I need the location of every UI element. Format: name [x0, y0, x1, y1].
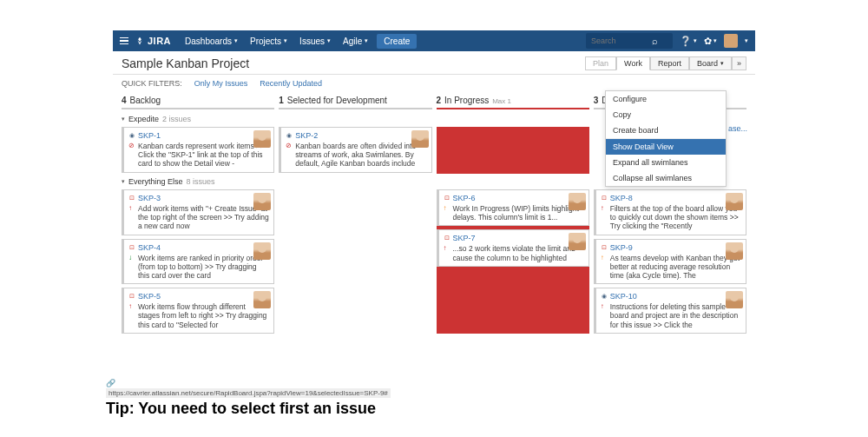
card-summary: Work In Progress (WIP) limits highlight … [453, 204, 584, 222]
chevron-down-icon: ▾ [234, 37, 238, 44]
menu-item[interactable]: Expand all swimlanes [606, 155, 726, 170]
kanban-card[interactable]: ⊡ SKP-3 ↑ Add work items with "+ Create … [122, 189, 274, 235]
column-name: In Progress [444, 96, 489, 105]
tab-report[interactable]: Report [650, 56, 689, 70]
bug-icon: ⊡ [444, 195, 450, 202]
tab-work[interactable]: Work [616, 56, 650, 70]
card-summary: As teams develop with Kanban they get be… [610, 254, 741, 281]
filter-recently-updated[interactable]: Recently Updated [260, 79, 322, 88]
expand-button[interactable]: » [732, 56, 746, 70]
card-key[interactable]: SKP-2 [295, 131, 318, 140]
card-key[interactable]: SKP-9 [610, 243, 633, 252]
search-icon[interactable]: ⌕ [652, 36, 658, 46]
tip-text: Tip: You need to select first an issue [106, 400, 391, 418]
nav-label: Issues [299, 36, 325, 46]
kanban-card[interactable]: ⊡ SKP-9 ↑ As teams develop with Kanban t… [594, 239, 746, 285]
kanban-card[interactable]: ◉ SKP-2 ⊘ Kanban boards are often divide… [279, 127, 431, 173]
bug-icon: ⊡ [128, 293, 135, 300]
column-count: 2 [437, 96, 442, 105]
logo-text: JIRA [148, 36, 171, 46]
swimlane-column[interactable]: ⊡ SKP-3 ↑ Add work items with "+ Create … [122, 189, 274, 334]
assignee-avatar[interactable] [726, 193, 743, 210]
card-summary: Work items are ranked in priority order … [138, 254, 269, 281]
user-caret[interactable]: ▾ [745, 37, 748, 44]
assignee-avatar[interactable] [726, 242, 743, 260]
swimlane-count: 2 issues [162, 115, 191, 123]
card-key[interactable]: SKP-6 [453, 194, 476, 202]
gear-icon[interactable]: ✿ ▾ [704, 36, 717, 47]
swimlane-column[interactable] [437, 127, 589, 174]
card-summary: Instructions for deleting this sample bo… [610, 302, 741, 329]
card-key[interactable]: SKP-7 [453, 234, 476, 242]
filter-only-my-issues[interactable]: Only My Issues [194, 79, 248, 88]
swimlane-column[interactable]: ⊡ SKP-8 ↑ Filters at the top of the boar… [594, 189, 746, 334]
kanban-card[interactable]: ⊡ SKP-6 ↑ Work In Progress (WIP) limits … [437, 189, 589, 226]
card-key[interactable]: SKP-10 [610, 292, 637, 301]
help-icon[interactable]: ❔ ▾ [680, 36, 697, 47]
tab-plan[interactable]: Plan [585, 56, 616, 70]
card-key[interactable]: SKP-8 [610, 194, 633, 202]
card-key[interactable]: SKP-5 [138, 292, 161, 301]
kanban-card[interactable]: ◉ SKP-10 ↑ Instructions for deleting thi… [594, 288, 746, 334]
assignee-avatar[interactable] [253, 130, 271, 148]
assignee-avatar[interactable] [253, 291, 271, 308]
user-avatar[interactable] [724, 34, 738, 48]
card-key[interactable]: SKP-1 [138, 131, 161, 140]
nav-item-dashboards[interactable]: Dashboards▾ [180, 33, 243, 50]
priority-icon: ↑ [601, 204, 608, 212]
swimlane-column[interactable]: ◉ SKP-2 ⊘ Kanban boards are often divide… [279, 127, 431, 174]
assignee-avatar[interactable] [253, 193, 271, 210]
kanban-card[interactable]: ⊡ SKP-4 ↓ Work items are ranked in prior… [122, 239, 274, 285]
search-box[interactable]: ⌕ [586, 33, 673, 49]
priority-icon: ↓ [128, 254, 135, 262]
assignee-avatar[interactable] [569, 233, 586, 250]
nav-item-projects[interactable]: Projects▾ [245, 33, 293, 50]
menu-item[interactable]: Copy [606, 107, 726, 122]
chevron-down-icon: ▾ [327, 37, 331, 44]
collapse-icon: ▾ [122, 116, 125, 122]
kanban-card[interactable]: ⊡ SKP-7 ↑ ...so 2 work items violate the… [437, 229, 589, 266]
bug-icon: ⊡ [444, 235, 450, 242]
bug-icon: ⊡ [128, 195, 135, 202]
priority-icon: ↑ [444, 244, 450, 252]
swimlane-column[interactable]: ◉ SKP-1 ⊘ Kanban cards represent work it… [122, 127, 274, 174]
column-count: 4 [122, 96, 127, 105]
jira-logo[interactable]: JIRA [135, 36, 171, 46]
kanban-card[interactable]: ⊡ SKP-5 ↑ Work items flow through differ… [122, 288, 274, 334]
link-icon: 🔗 [106, 379, 391, 387]
card-key[interactable]: SKP-4 [138, 243, 161, 252]
menu-item[interactable]: Create board [606, 122, 726, 138]
collapse-icon: ▾ [122, 178, 125, 185]
create-button[interactable]: Create [377, 34, 417, 49]
board-label: Board [697, 59, 718, 68]
menu-icon[interactable] [120, 37, 128, 45]
assignee-avatar[interactable] [411, 130, 429, 148]
nav-item-issues[interactable]: Issues▾ [294, 33, 336, 50]
story-icon: ◉ [128, 132, 135, 139]
kanban-card[interactable]: ⊡ SKP-8 ↑ Filters at the top of the boar… [594, 189, 746, 235]
assignee-avatar[interactable] [569, 193, 586, 210]
column-max: Max 1 [492, 97, 511, 105]
search-input[interactable] [591, 36, 652, 45]
bug-icon: ⊡ [128, 244, 135, 251]
column-count: 1 [279, 96, 284, 105]
release-link[interactable]: ase... [728, 124, 747, 133]
assignee-avatar[interactable] [253, 242, 271, 260]
menu-item[interactable]: Show Detail View [606, 139, 726, 155]
tab-board[interactable]: Board▾ [689, 56, 732, 70]
menu-item[interactable]: Collapse all swimlanes [606, 170, 726, 186]
nav-label: Agile [343, 36, 362, 46]
swimlane-column[interactable]: ⊡ SKP-6 ↑ Work In Progress (WIP) limits … [437, 189, 589, 334]
card-summary: Kanban cards represent work items >> Cli… [138, 142, 269, 169]
kanban-card[interactable]: ◉ SKP-1 ⊘ Kanban cards represent work it… [122, 127, 274, 173]
menu-item[interactable]: Configure [606, 91, 726, 107]
assignee-avatar[interactable] [726, 291, 743, 308]
board-dropdown: ConfigureCopyCreate boardShow Detail Vie… [605, 90, 727, 187]
chevron-down-icon: ▾ [365, 37, 368, 44]
nav-item-agile[interactable]: Agile▾ [338, 33, 373, 50]
priority-icon: ↑ [128, 204, 135, 212]
card-key[interactable]: SKP-3 [138, 194, 161, 202]
swimlane-column[interactable] [279, 189, 431, 334]
bug-icon: ⊡ [601, 244, 608, 251]
column-name: Backlog [130, 96, 161, 105]
